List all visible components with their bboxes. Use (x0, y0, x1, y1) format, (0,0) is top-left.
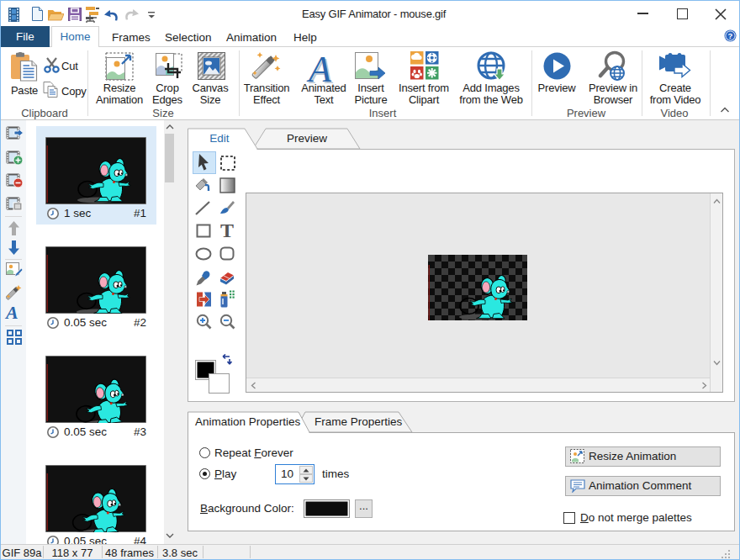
svg-text:?: ? (728, 31, 733, 40)
svg-text:Edit: Edit (209, 132, 230, 145)
svg-text:Preview: Preview (287, 132, 327, 145)
svg-text:Animation Properties: Animation Properties (195, 415, 301, 428)
svg-text:Frame Properties: Frame Properties (314, 415, 403, 428)
